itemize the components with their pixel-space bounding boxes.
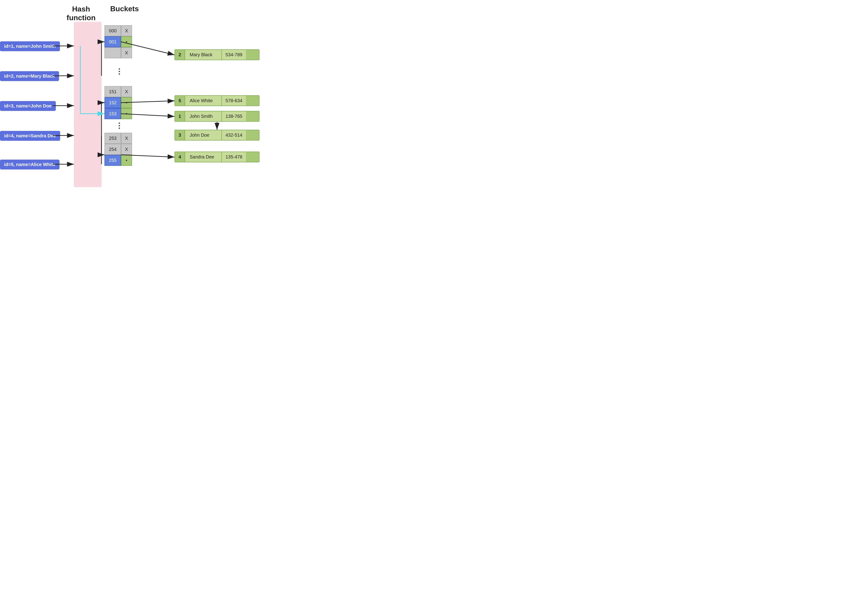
result-name-mary-black: Mary Black — [185, 50, 222, 60]
result-phone-sandra-dee: 135-478 — [222, 152, 246, 162]
bucket-label-253: 253 — [105, 133, 121, 144]
bucket-ptr-153: • — [121, 108, 132, 119]
result-record-john-smith: 1 John Smith 138-765 — [175, 111, 260, 122]
result-name-john-smith: John Smith — [185, 111, 222, 121]
result-phone-john-doe: 432-514 — [222, 130, 246, 140]
buckets-title: Buckets — [110, 4, 139, 13]
bucket-group-3: 253 X 254 X 255 • — [105, 133, 132, 166]
bucket-ptr-empty: X — [121, 47, 132, 58]
bucket-label-151: 151 — [105, 86, 121, 97]
result-id-5: 5 — [175, 96, 185, 106]
bucket-row-254: 254 X — [105, 144, 132, 155]
bucket-row-000: 000 X — [105, 25, 132, 36]
bucket-label-153: 153 — [105, 108, 121, 119]
input-record-1: id=1, name=John Smith — [0, 41, 60, 51]
result-phone-john-smith: 138-765 — [222, 111, 246, 121]
result-id-2: 2 — [175, 50, 185, 60]
result-phone-mary-black: 534-789 — [222, 50, 246, 60]
bucket-ptr-001: • — [121, 36, 132, 47]
bucket-row-253: 253 X — [105, 133, 132, 144]
bucket-label-empty — [105, 47, 121, 58]
bucket-ptr-254: X — [121, 144, 132, 155]
bucket-label-255: 255 — [105, 155, 121, 166]
bucket-ptr-151: X — [121, 86, 132, 97]
input-record-4: id=4, name=Sandra Dee — [0, 131, 60, 141]
bucket-label-152: 152 — [105, 97, 121, 108]
result-name-sandra-dee: Sandra Dee — [185, 152, 222, 162]
bucket-row-153: 153 • — [105, 108, 132, 119]
result-phone-alice-white: 578-634 — [222, 96, 246, 106]
bucket-row-152: 152 • — [105, 97, 132, 108]
bucket-row-001: 001 • — [105, 36, 132, 47]
dots-2: ⋮ — [111, 121, 127, 130]
input-record-5: id=5, name=Alice White — [0, 160, 60, 169]
diagram: Hashfunction Buckets id=1, name=John Smi… — [0, 0, 289, 199]
input-record-3: id=3, name=John Doe — [0, 101, 56, 111]
bucket-label-000: 000 — [105, 25, 121, 36]
bucket-label-254: 254 — [105, 144, 121, 155]
bucket-label-001: 001 — [105, 36, 121, 47]
result-id-4: 4 — [175, 152, 185, 162]
result-record-alice-white: 5 Alice White 578-634 — [175, 95, 260, 106]
bucket-group-2: 151 X 152 • 153 • — [105, 86, 132, 119]
bucket-row-empty-1: X — [105, 47, 132, 58]
result-id-1: 1 — [175, 111, 185, 121]
bucket-group-1: 000 X 001 • X — [105, 25, 132, 58]
hash-function-column — [74, 22, 102, 187]
bucket-ptr-152: • — [121, 97, 132, 108]
bucket-ptr-253: X — [121, 133, 132, 144]
bucket-ptr-000: X — [121, 25, 132, 36]
bucket-row-255: 255 • — [105, 155, 132, 166]
bucket-row-151: 151 X — [105, 86, 132, 97]
result-name-john-doe: John Doe — [185, 130, 222, 140]
result-id-3: 3 — [175, 130, 185, 140]
hash-function-title: Hashfunction — [67, 4, 96, 22]
result-record-sandra-dee: 4 Sandra Dee 135-478 — [175, 152, 260, 162]
input-record-2: id=2, name=Mary Black — [0, 71, 59, 81]
result-record-john-doe: 3 John Doe 432-514 — [175, 130, 260, 141]
bucket-ptr-255: • — [121, 155, 132, 166]
dots-1: ⋮ — [111, 67, 127, 76]
result-record-mary-black: 2 Mary Black 534-789 — [175, 49, 260, 60]
result-name-alice-white: Alice White — [185, 96, 222, 106]
